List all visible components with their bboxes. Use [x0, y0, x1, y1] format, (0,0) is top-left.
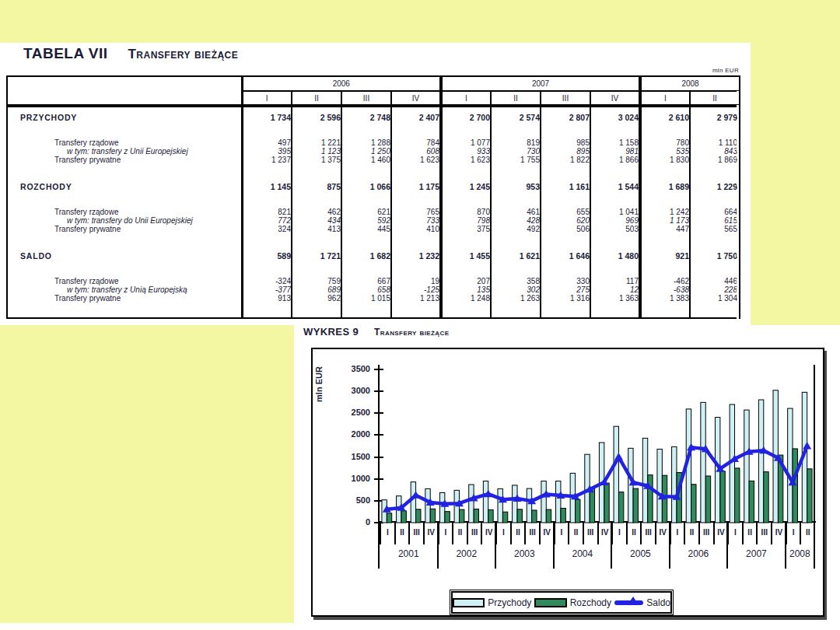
cell-value: 1 263 — [491, 294, 541, 303]
year-separator — [726, 523, 728, 569]
cell-value: 1 077 — [441, 138, 491, 147]
przychody-bar — [657, 449, 662, 523]
spacer-row — [7, 261, 740, 277]
y-tick-label: 500 — [316, 495, 370, 505]
cell-value: 1 721 — [292, 250, 341, 261]
rozchody-bar — [416, 509, 421, 523]
table-row: w tym: transfery z Unią Europejską-37768… — [7, 285, 740, 294]
rozchody-bar — [561, 508, 565, 523]
year-header: 2007 — [441, 76, 640, 91]
quarter-header: II — [690, 91, 740, 104]
rozchody-bar — [691, 485, 696, 523]
rozchody-bar — [401, 511, 406, 523]
przychody-bar — [701, 402, 705, 523]
legend-swatch-saldo — [614, 600, 643, 605]
rozchody-bar — [445, 512, 450, 523]
cell-value: 772 — [242, 216, 292, 225]
y-tick-label: 2000 — [316, 429, 370, 439]
cell-value: 1 123 — [292, 147, 341, 156]
przychody-bar — [527, 488, 531, 523]
table-row: w tym: transfery z Unii Europejskiej3951… — [7, 147, 740, 156]
rozchody-bar — [488, 509, 493, 523]
cell-value: 1 869 — [690, 156, 740, 164]
cell-value: 589 — [242, 250, 292, 261]
table-row: Transfery rządowe8214626217658704616551 … — [7, 208, 740, 216]
quarter-tick-label: III — [756, 523, 771, 544]
legend-swatch-przychody — [453, 598, 485, 607]
przychody-bar — [411, 482, 415, 523]
cell-value: -462 — [640, 277, 690, 285]
quarter-header: III — [541, 91, 590, 104]
rozchody-bar — [720, 471, 725, 523]
cell-value: 620 — [541, 216, 590, 225]
cell-value: 1 173 — [640, 216, 690, 225]
transfers-table-wrap: 200620072008IIIIIIIVIIIIIIIVIII PRZYCHOD… — [6, 75, 740, 319]
quarter-tick-label: II — [626, 523, 641, 544]
rozchody-bar — [517, 509, 522, 523]
rozchody-bar — [633, 488, 638, 523]
przychody-bar — [541, 481, 546, 523]
cell-value: 497 — [242, 138, 292, 147]
cell-value: 1 822 — [541, 156, 590, 164]
year-tick-label: 2007 — [727, 548, 786, 559]
cell-value: 228 — [690, 285, 740, 294]
cell-value: 1 830 — [640, 156, 690, 164]
quarter-tick-label: IV — [481, 523, 495, 544]
year-tick-label: 2006 — [670, 548, 728, 559]
przychody-bar — [614, 426, 618, 523]
cell-value: 445 — [341, 225, 391, 233]
quarter-tick-label: III — [408, 523, 423, 544]
quarter-tick-label: III — [467, 523, 481, 544]
year-separator — [669, 523, 670, 569]
table-row: Transfery rządowe-3247596671920735833011… — [7, 277, 740, 285]
cell-value: 358 — [491, 277, 541, 285]
rozchody-bar — [532, 510, 537, 523]
cell-value: 1 363 — [590, 294, 640, 303]
cell-value: 3 024 — [590, 112, 640, 123]
spacer-row — [7, 192, 740, 208]
spacer-row — [7, 164, 740, 181]
cell-value: 1 041 — [590, 208, 640, 216]
cell-value: 843 — [690, 147, 740, 156]
year-tick-label: 2008 — [786, 548, 814, 559]
przychody-bar — [469, 485, 474, 523]
cell-value: 1 682 — [341, 250, 391, 261]
cell-value: 981 — [590, 147, 640, 156]
cell-value: -324 — [242, 277, 292, 285]
cell-value: 664 — [690, 208, 740, 216]
year-tick-label: 2003 — [495, 548, 554, 559]
row-label: Transfery rządowe — [7, 138, 242, 147]
cell-value: 1 158 — [590, 138, 640, 147]
rozchody-bar — [590, 488, 594, 523]
table-row: Transfery prywatne1 2371 3751 4601 6231 … — [7, 156, 740, 164]
cell-value: 1 623 — [391, 156, 441, 164]
cell-value: 667 — [341, 277, 391, 285]
cell-value: 1 544 — [590, 181, 640, 192]
cell-value: 1 245 — [441, 181, 491, 192]
bottom-paper-strip — [0, 623, 294, 630]
cell-value: 1 248 — [441, 294, 491, 303]
cell-value: 1 161 — [541, 181, 590, 192]
year-separator — [553, 523, 555, 569]
cell-value: 689 — [292, 285, 341, 294]
cell-value: -125 — [391, 285, 441, 294]
cell-value: -377 — [242, 285, 292, 294]
cell-value: 1 689 — [640, 181, 690, 192]
cell-value: 1 110 — [690, 138, 740, 147]
chart-legend: Przychody Rozchody Saldo — [451, 591, 672, 614]
cell-value: 798 — [441, 216, 491, 225]
row-label: Transfery rządowe — [7, 208, 242, 216]
quarter-axis-band: IIIIIIIVIIIIIIIVIIIIIIIVIIIIIIIVIIIIIIIV… — [380, 523, 814, 544]
rozchody-bar — [735, 468, 740, 523]
quarter-header: I — [242, 91, 292, 104]
quarter-tick-label: I — [727, 523, 742, 544]
legend-label-saldo: Saldo — [646, 597, 670, 608]
table-title: TABELA VIITransfery bieżące — [23, 45, 238, 62]
cell-value: 117 — [590, 277, 640, 285]
cell-value: 2 610 — [640, 112, 690, 123]
quarter-tick-label: II — [452, 523, 467, 544]
cell-value: 535 — [640, 147, 690, 156]
y-tick-label: 2500 — [316, 408, 370, 417]
table-number: TABELA VII — [23, 45, 107, 61]
przychody-bar — [439, 492, 444, 523]
